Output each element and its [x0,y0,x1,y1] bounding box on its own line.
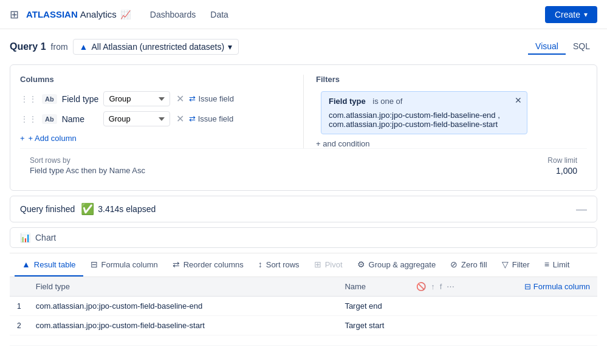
col-name-actions: 🚫 ↑ f ⋯ [416,282,454,291]
filter-icon: ▽ [502,259,509,269]
row-1-field-type: com.atlassian.jpo:jpo-custom-field-basel… [29,297,338,316]
toolbar-filter[interactable]: ▽ Filter [495,253,537,276]
col-issue-field-label-2: Issue field [198,114,234,123]
col-remove-1[interactable]: ✕ [176,93,184,105]
sort-row-limit-bar: Sort rows by Field type Asc then by Name… [20,148,587,180]
filter-chip[interactable]: Field type is one of com.atlassian.jpo:j… [321,91,527,134]
col-action-sort-asc[interactable]: ↑ [431,282,435,291]
apps-icon[interactable]: ⊞ [10,8,19,21]
dataset-icon: ▲ [80,42,88,52]
col-action-formula[interactable]: f [440,282,442,291]
filter-close-icon[interactable]: ✕ [515,95,522,105]
add-column-button[interactable]: + + Add column [20,131,77,145]
query-minimize-button[interactable]: — [576,203,587,216]
limit-icon: ≡ [544,259,549,269]
filter-field-label: Field type [329,97,366,106]
col-name-2: Name [62,114,98,124]
row-2-field-type: com.atlassian.jpo:jpo-custom-field-basel… [29,316,338,335]
row-limit-info: Row limit 1,000 [547,156,577,176]
zero-fill-icon: ⊘ [450,259,458,269]
chart-label: Chart [35,233,56,242]
reorder-columns-icon: ⇄ [173,259,180,269]
create-chevron-icon: ▾ [584,10,588,19]
query-from-label: from [51,42,68,52]
pivot-icon: ⊞ [314,259,321,269]
drag-handle-1[interactable]: ⋮⋮ [20,94,37,104]
query-header-left: Query 1 from ▲ All Atlassian (unrestrict… [10,39,239,55]
nav-links: Dashboards Data [150,10,228,19]
query-status-left: Query finished ✅ 3.414s elapsed [20,202,156,216]
nav-data[interactable]: Data [210,10,228,19]
column-row-1: ⋮⋮ Ab Field type Group Aggregate ✕ ⇄ Iss… [20,91,291,106]
toolbar-reorder-columns[interactable]: ⇄ Reorder columns [165,253,251,276]
table-row: 2 com.atlassian.jpo:jpo-custom-field-bas… [10,316,597,335]
col-action-hide[interactable]: 🚫 [416,282,426,291]
toolbar-group-aggregate[interactable]: ⚙ Group & aggregate [350,253,444,276]
col-header-formula: ⊟ Formula column [462,277,597,297]
row-2-name: Target start [337,316,462,335]
query-body: Columns ⋮⋮ Ab Field type Group Aggregate… [20,75,587,148]
toolbar-result-table[interactable]: ▲ Result table [15,253,83,276]
status-check-icon: ✅ [81,202,94,216]
query-status-name: Query finished [20,204,75,214]
col-group-select-1[interactable]: Group Aggregate [103,91,170,106]
toolbar-zero-fill[interactable]: ⊘ Zero fill [443,253,495,276]
row-1-formula [462,297,597,316]
col-header-field-type: Field type [29,277,338,297]
pivot-label: Pivot [325,260,343,269]
add-column-plus: + [20,134,25,143]
row-1-name: Target end [337,297,462,316]
row-2-formula [462,316,597,335]
add-formula-column-button[interactable]: ⊟ Formula column [524,282,590,291]
row-num-1: 1 [10,297,29,316]
filters-title: Filters [316,75,587,84]
and-condition-button[interactable]: + and condition [316,139,587,148]
dataset-name: All Atlassian (unrestricted datasets) [91,42,224,52]
tab-visual[interactable]: Visual [528,39,566,55]
dataset-chevron-icon: ▾ [228,42,232,52]
toolbar-sort-rows[interactable]: ↕ Sort rows [251,253,307,276]
toolbar-formula-column[interactable]: ⊟ Formula column [83,253,165,276]
drag-handle-2[interactable]: ⋮⋮ [20,114,37,124]
sort-rows-label: Sort rows [266,260,300,269]
sort-title: Sort rows by [30,156,145,165]
and-condition-label: + and condition [316,139,370,148]
formula-column-icon: ⊟ [91,259,98,269]
brand-analytics: Analytics [80,9,117,19]
col-issue-field-2[interactable]: ⇄ Issue field [189,114,234,123]
analytics-chart-icon: 📈 [120,10,131,19]
query-panel: Columns ⋮⋮ Ab Field type Group Aggregate… [10,64,597,191]
query-title: Query 1 [10,41,46,52]
query-header: Query 1 from ▲ All Atlassian (unrestrict… [10,39,597,55]
tab-sql[interactable]: SQL [566,39,597,55]
toolbar-limit[interactable]: ≡ Limit [537,253,577,276]
formula-col-icon: ⊟ [524,282,531,291]
top-navigation: ⊞ ATLASSIAN Analytics 📈 Dashboards Data … [0,0,607,29]
row-num-2: 2 [10,316,29,335]
query-status-bar: Query finished ✅ 3.414s elapsed — [10,196,597,222]
col-remove-2[interactable]: ✕ [176,113,184,125]
sort-rows-icon: ↕ [258,259,262,269]
col-type-badge-2: Ab [42,114,57,124]
table-row: 1 com.atlassian.jpo:jpo-custom-field-bas… [10,297,597,316]
reorder-columns-label: Reorder columns [183,260,244,269]
dataset-selector[interactable]: ▲ All Atlassian (unrestricted datasets) … [73,39,239,55]
nav-dashboards[interactable]: Dashboards [150,10,196,19]
filter-values: com.atlassian.jpo:jpo-custom-field-basel… [329,111,500,129]
create-button[interactable]: Create ▾ [545,6,597,23]
columns-title: Columns [20,75,291,84]
col-group-select-2[interactable]: Group Aggregate [103,111,170,126]
col-action-more[interactable]: ⋯ [447,282,454,291]
query-view-tabs: Visual SQL [528,39,597,55]
row-num-header [10,277,29,297]
group-aggregate-label: Group & aggregate [369,260,436,269]
elapsed-text: 3.414s elapsed [98,204,156,214]
result-table-icon: ▲ [22,259,30,269]
chart-bar-icon: 📊 [20,233,30,242]
formula-column-label: Formula column [101,260,158,269]
chart-area[interactable]: 📊 Chart [10,227,597,248]
row-limit-title: Row limit [547,156,577,165]
brand: ATLASSIAN Analytics 📈 [26,9,131,19]
col-issue-field-1[interactable]: ⇄ Issue field [189,94,234,103]
issue-field-icon-1: ⇄ [189,94,196,103]
